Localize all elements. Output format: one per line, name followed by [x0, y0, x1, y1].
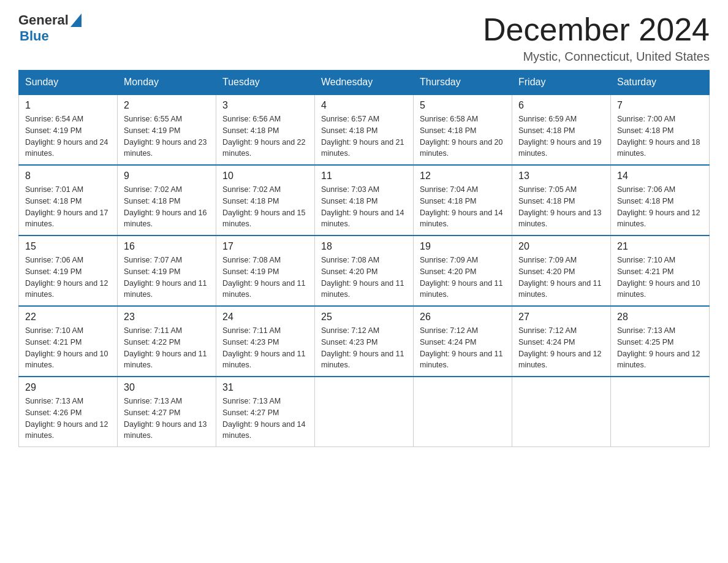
- logo: General Blue: [18, 12, 82, 44]
- calendar-cell: 11Sunrise: 7:03 AMSunset: 4:18 PMDayligh…: [315, 165, 414, 236]
- day-info: Sunrise: 7:09 AMSunset: 4:20 PMDaylight:…: [518, 255, 604, 301]
- day-info: Sunrise: 7:09 AMSunset: 4:20 PMDaylight:…: [420, 255, 506, 301]
- day-number: 19: [420, 241, 506, 252]
- day-number: 25: [321, 312, 407, 323]
- day-info: Sunrise: 7:10 AMSunset: 4:21 PMDaylight:…: [617, 255, 703, 301]
- calendar-cell: 4Sunrise: 6:57 AMSunset: 4:18 PMDaylight…: [315, 94, 414, 165]
- day-info: Sunrise: 7:10 AMSunset: 4:21 PMDaylight:…: [25, 325, 111, 371]
- day-info: Sunrise: 7:13 AMSunset: 4:27 PMDaylight:…: [222, 396, 308, 442]
- day-number: 18: [321, 241, 407, 252]
- day-info: Sunrise: 6:58 AMSunset: 4:18 PMDaylight:…: [420, 113, 506, 159]
- day-number: 13: [518, 170, 604, 182]
- day-number: 11: [321, 170, 407, 182]
- calendar-cell: 17Sunrise: 7:08 AMSunset: 4:19 PMDayligh…: [216, 236, 315, 306]
- calendar-cell: 28Sunrise: 7:13 AMSunset: 4:25 PMDayligh…: [611, 306, 710, 377]
- calendar-weekday-monday: Monday: [118, 71, 216, 95]
- calendar-cell: 26Sunrise: 7:12 AMSunset: 4:24 PMDayligh…: [414, 306, 512, 377]
- day-info: Sunrise: 7:04 AMSunset: 4:18 PMDaylight:…: [420, 184, 506, 230]
- page-header: General Blue December 2024 Mystic, Conne…: [18, 12, 710, 64]
- day-info: Sunrise: 6:57 AMSunset: 4:18 PMDaylight:…: [321, 113, 407, 159]
- calendar-weekday-tuesday: Tuesday: [216, 71, 315, 95]
- calendar-cell: 6Sunrise: 6:59 AMSunset: 4:18 PMDaylight…: [512, 94, 611, 165]
- calendar-cell: 2Sunrise: 6:55 AMSunset: 4:19 PMDaylight…: [118, 94, 216, 165]
- day-info: Sunrise: 7:12 AMSunset: 4:24 PMDaylight:…: [420, 325, 506, 371]
- calendar-cell: 8Sunrise: 7:01 AMSunset: 4:18 PMDaylight…: [19, 165, 118, 236]
- day-info: Sunrise: 7:13 AMSunset: 4:26 PMDaylight:…: [25, 396, 111, 442]
- location-subtitle: Mystic, Connecticut, United States: [483, 50, 710, 64]
- day-number: 28: [617, 312, 703, 323]
- day-info: Sunrise: 7:02 AMSunset: 4:18 PMDaylight:…: [124, 184, 210, 230]
- day-info: Sunrise: 7:12 AMSunset: 4:24 PMDaylight:…: [518, 325, 604, 371]
- calendar-cell: [611, 377, 710, 447]
- calendar-cell: 7Sunrise: 7:00 AMSunset: 4:18 PMDaylight…: [611, 94, 710, 165]
- calendar-week-row: 8Sunrise: 7:01 AMSunset: 4:18 PMDaylight…: [19, 165, 710, 236]
- calendar-weekday-friday: Friday: [512, 71, 611, 95]
- calendar-cell: 15Sunrise: 7:06 AMSunset: 4:19 PMDayligh…: [19, 236, 118, 306]
- calendar-cell: 30Sunrise: 7:13 AMSunset: 4:27 PMDayligh…: [118, 377, 216, 447]
- calendar-cell: [512, 377, 611, 447]
- day-number: 30: [124, 382, 210, 393]
- day-number: 8: [25, 170, 111, 182]
- calendar-cell: 21Sunrise: 7:10 AMSunset: 4:21 PMDayligh…: [611, 236, 710, 306]
- calendar-cell: 3Sunrise: 6:56 AMSunset: 4:18 PMDaylight…: [216, 94, 315, 165]
- day-info: Sunrise: 6:56 AMSunset: 4:18 PMDaylight:…: [222, 113, 308, 159]
- day-number: 3: [222, 100, 308, 111]
- day-number: 4: [321, 100, 407, 111]
- day-info: Sunrise: 7:11 AMSunset: 4:23 PMDaylight:…: [222, 325, 308, 371]
- day-number: 21: [617, 241, 703, 252]
- day-info: Sunrise: 7:02 AMSunset: 4:18 PMDaylight:…: [222, 184, 308, 230]
- calendar-weekday-sunday: Sunday: [19, 71, 118, 95]
- calendar-cell: 24Sunrise: 7:11 AMSunset: 4:23 PMDayligh…: [216, 306, 315, 377]
- calendar-cell: 23Sunrise: 7:11 AMSunset: 4:22 PMDayligh…: [118, 306, 216, 377]
- calendar-week-row: 29Sunrise: 7:13 AMSunset: 4:26 PMDayligh…: [19, 377, 710, 447]
- day-number: 17: [222, 241, 308, 252]
- day-number: 2: [124, 100, 210, 111]
- day-number: 6: [518, 100, 604, 111]
- day-info: Sunrise: 7:13 AMSunset: 4:27 PMDaylight:…: [124, 396, 210, 442]
- day-number: 10: [222, 170, 308, 182]
- calendar-cell: 1Sunrise: 6:54 AMSunset: 4:19 PMDaylight…: [19, 94, 118, 165]
- day-number: 23: [124, 312, 210, 323]
- day-number: 15: [25, 241, 111, 252]
- day-number: 12: [420, 170, 506, 182]
- calendar-cell: 27Sunrise: 7:12 AMSunset: 4:24 PMDayligh…: [512, 306, 611, 377]
- title-section: December 2024 Mystic, Connecticut, Unite…: [483, 12, 710, 64]
- calendar-week-row: 1Sunrise: 6:54 AMSunset: 4:19 PMDaylight…: [19, 94, 710, 165]
- logo-general-text: General: [18, 12, 69, 28]
- calendar-cell: 5Sunrise: 6:58 AMSunset: 4:18 PMDaylight…: [414, 94, 512, 165]
- calendar-cell: [315, 377, 414, 447]
- calendar-weekday-wednesday: Wednesday: [315, 71, 414, 95]
- calendar-cell: 10Sunrise: 7:02 AMSunset: 4:18 PMDayligh…: [216, 165, 315, 236]
- day-info: Sunrise: 6:55 AMSunset: 4:19 PMDaylight:…: [124, 113, 210, 159]
- day-info: Sunrise: 7:06 AMSunset: 4:18 PMDaylight:…: [617, 184, 703, 230]
- calendar-cell: 22Sunrise: 7:10 AMSunset: 4:21 PMDayligh…: [19, 306, 118, 377]
- day-info: Sunrise: 7:03 AMSunset: 4:18 PMDaylight:…: [321, 184, 407, 230]
- calendar-cell: 29Sunrise: 7:13 AMSunset: 4:26 PMDayligh…: [19, 377, 118, 447]
- calendar-weekday-saturday: Saturday: [611, 71, 710, 95]
- day-number: 31: [222, 382, 308, 393]
- calendar-cell: 9Sunrise: 7:02 AMSunset: 4:18 PMDaylight…: [118, 165, 216, 236]
- svg-marker-0: [70, 13, 82, 27]
- calendar-week-row: 15Sunrise: 7:06 AMSunset: 4:19 PMDayligh…: [19, 236, 710, 306]
- day-info: Sunrise: 7:08 AMSunset: 4:20 PMDaylight:…: [321, 255, 407, 301]
- day-number: 7: [617, 100, 703, 111]
- day-info: Sunrise: 6:59 AMSunset: 4:18 PMDaylight:…: [518, 113, 604, 159]
- calendar-weekday-thursday: Thursday: [414, 71, 512, 95]
- month-title: December 2024: [483, 12, 710, 47]
- day-info: Sunrise: 7:01 AMSunset: 4:18 PMDaylight:…: [25, 184, 111, 230]
- calendar-cell: 19Sunrise: 7:09 AMSunset: 4:20 PMDayligh…: [414, 236, 512, 306]
- calendar-cell: 16Sunrise: 7:07 AMSunset: 4:19 PMDayligh…: [118, 236, 216, 306]
- day-info: Sunrise: 7:00 AMSunset: 4:18 PMDaylight:…: [617, 113, 703, 159]
- day-info: Sunrise: 7:07 AMSunset: 4:19 PMDaylight:…: [124, 255, 210, 301]
- day-number: 26: [420, 312, 506, 323]
- day-number: 9: [124, 170, 210, 182]
- logo-blue-text: Blue: [20, 28, 49, 44]
- day-number: 1: [25, 100, 111, 111]
- calendar-header-row: SundayMondayTuesdayWednesdayThursdayFrid…: [19, 71, 710, 95]
- day-number: 22: [25, 312, 111, 323]
- day-number: 5: [420, 100, 506, 111]
- day-number: 20: [518, 241, 604, 252]
- calendar-cell: 18Sunrise: 7:08 AMSunset: 4:20 PMDayligh…: [315, 236, 414, 306]
- day-info: Sunrise: 7:13 AMSunset: 4:25 PMDaylight:…: [617, 325, 703, 371]
- calendar-cell: 13Sunrise: 7:05 AMSunset: 4:18 PMDayligh…: [512, 165, 611, 236]
